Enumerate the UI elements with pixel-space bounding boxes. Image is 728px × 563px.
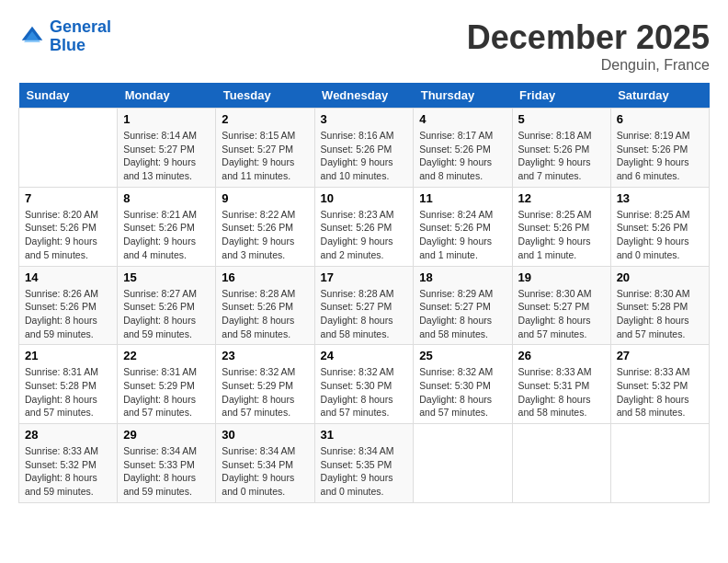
logo: General Blue xyxy=(18,18,111,55)
weekday-header-cell: Wednesday xyxy=(314,83,414,109)
day-number: 21 xyxy=(25,349,111,362)
day-info: Sunrise: 8:28 AM Sunset: 5:27 PM Dayligh… xyxy=(321,287,408,341)
day-number: 25 xyxy=(419,349,506,362)
day-info: Sunrise: 8:32 AM Sunset: 5:30 PM Dayligh… xyxy=(321,365,408,419)
day-number: 2 xyxy=(222,112,308,126)
day-info: Sunrise: 8:34 AM Sunset: 5:35 PM Dayligh… xyxy=(321,444,408,499)
calendar-cell: 8Sunrise: 8:21 AM Sunset: 5:26 PM Daylig… xyxy=(118,187,216,266)
day-info: Sunrise: 8:33 AM Sunset: 5:32 PM Dayligh… xyxy=(25,444,111,499)
day-number: 15 xyxy=(123,270,210,284)
calendar-cell: 9Sunrise: 8:22 AM Sunset: 5:26 PM Daylig… xyxy=(216,187,314,266)
day-info: Sunrise: 8:25 AM Sunset: 5:26 PM Dayligh… xyxy=(518,208,605,262)
calendar-cell: 22Sunrise: 8:31 AM Sunset: 5:29 PM Dayli… xyxy=(118,345,216,424)
day-info: Sunrise: 8:15 AM Sunset: 5:27 PM Dayligh… xyxy=(222,129,308,183)
day-info: Sunrise: 8:23 AM Sunset: 5:26 PM Dayligh… xyxy=(321,208,408,262)
calendar-cell: 30Sunrise: 8:34 AM Sunset: 5:34 PM Dayli… xyxy=(216,424,314,503)
day-number: 12 xyxy=(518,191,605,205)
day-number: 29 xyxy=(123,428,210,442)
day-number: 3 xyxy=(321,112,408,126)
day-info: Sunrise: 8:33 AM Sunset: 5:32 PM Dayligh… xyxy=(617,365,703,419)
calendar-cell: 2Sunrise: 8:15 AM Sunset: 5:27 PM Daylig… xyxy=(216,109,314,188)
calendar-cell: 27Sunrise: 8:33 AM Sunset: 5:32 PM Dayli… xyxy=(610,345,709,424)
calendar-cell: 16Sunrise: 8:28 AM Sunset: 5:26 PM Dayli… xyxy=(216,266,314,345)
day-number: 14 xyxy=(25,270,111,284)
calendar-cell: 19Sunrise: 8:30 AM Sunset: 5:27 PM Dayli… xyxy=(512,266,610,345)
day-number: 5 xyxy=(518,112,605,126)
day-number: 30 xyxy=(222,428,308,442)
day-number: 7 xyxy=(25,191,111,205)
day-info: Sunrise: 8:19 AM Sunset: 5:26 PM Dayligh… xyxy=(617,129,703,183)
calendar-cell: 24Sunrise: 8:32 AM Sunset: 5:30 PM Dayli… xyxy=(314,345,414,424)
calendar-cell: 12Sunrise: 8:25 AM Sunset: 5:26 PM Dayli… xyxy=(512,187,610,266)
day-info: Sunrise: 8:16 AM Sunset: 5:26 PM Dayligh… xyxy=(321,129,408,183)
day-number: 13 xyxy=(617,191,703,205)
calendar-week-row: 1Sunrise: 8:14 AM Sunset: 5:27 PM Daylig… xyxy=(19,109,710,188)
day-info: Sunrise: 8:31 AM Sunset: 5:28 PM Dayligh… xyxy=(25,365,111,419)
day-info: Sunrise: 8:17 AM Sunset: 5:26 PM Dayligh… xyxy=(419,129,506,183)
day-number: 9 xyxy=(222,191,308,205)
calendar-week-row: 14Sunrise: 8:26 AM Sunset: 5:26 PM Dayli… xyxy=(19,266,710,345)
calendar-cell: 18Sunrise: 8:29 AM Sunset: 5:27 PM Dayli… xyxy=(414,266,512,345)
calendar-cell: 29Sunrise: 8:34 AM Sunset: 5:33 PM Dayli… xyxy=(118,424,216,503)
logo-text: General Blue xyxy=(50,18,111,55)
day-info: Sunrise: 8:21 AM Sunset: 5:26 PM Dayligh… xyxy=(123,208,210,262)
day-number: 26 xyxy=(518,349,605,362)
day-info: Sunrise: 8:14 AM Sunset: 5:27 PM Dayligh… xyxy=(123,129,210,183)
calendar-cell: 21Sunrise: 8:31 AM Sunset: 5:28 PM Dayli… xyxy=(19,345,118,424)
day-info: Sunrise: 8:27 AM Sunset: 5:26 PM Dayligh… xyxy=(123,287,210,341)
day-info: Sunrise: 8:32 AM Sunset: 5:30 PM Dayligh… xyxy=(419,365,506,419)
logo-line1: General xyxy=(50,17,111,36)
calendar-cell: 20Sunrise: 8:30 AM Sunset: 5:28 PM Dayli… xyxy=(610,266,709,345)
day-info: Sunrise: 8:30 AM Sunset: 5:28 PM Dayligh… xyxy=(617,287,703,341)
day-number: 24 xyxy=(321,349,408,362)
weekday-header-cell: Monday xyxy=(118,83,216,109)
day-info: Sunrise: 8:30 AM Sunset: 5:27 PM Dayligh… xyxy=(518,287,605,341)
day-number: 8 xyxy=(123,191,210,205)
day-info: Sunrise: 8:34 AM Sunset: 5:34 PM Dayligh… xyxy=(222,444,308,499)
logo-icon xyxy=(18,23,46,51)
calendar-cell: 13Sunrise: 8:25 AM Sunset: 5:26 PM Dayli… xyxy=(610,187,709,266)
calendar-cell: 28Sunrise: 8:33 AM Sunset: 5:32 PM Dayli… xyxy=(19,424,118,503)
day-number: 6 xyxy=(617,112,703,126)
calendar-table: SundayMondayTuesdayWednesdayThursdayFrid… xyxy=(18,83,710,503)
calendar-week-row: 21Sunrise: 8:31 AM Sunset: 5:28 PM Dayli… xyxy=(19,345,710,424)
day-info: Sunrise: 8:32 AM Sunset: 5:29 PM Dayligh… xyxy=(222,365,308,419)
calendar-cell xyxy=(610,424,709,503)
logo-line2: Blue xyxy=(50,36,85,54)
calendar-cell: 31Sunrise: 8:34 AM Sunset: 5:35 PM Dayli… xyxy=(314,424,414,503)
weekday-header-cell: Tuesday xyxy=(216,83,314,109)
month-title: December 2025 xyxy=(467,18,710,57)
weekday-header-cell: Friday xyxy=(512,83,610,109)
day-number: 31 xyxy=(321,428,408,442)
day-info: Sunrise: 8:24 AM Sunset: 5:26 PM Dayligh… xyxy=(419,208,506,262)
day-info: Sunrise: 8:34 AM Sunset: 5:33 PM Dayligh… xyxy=(123,444,210,499)
calendar-week-row: 7Sunrise: 8:20 AM Sunset: 5:26 PM Daylig… xyxy=(19,187,710,266)
calendar-body: 1Sunrise: 8:14 AM Sunset: 5:27 PM Daylig… xyxy=(19,109,710,503)
calendar-cell xyxy=(19,109,118,188)
day-number: 20 xyxy=(617,270,703,284)
day-number: 10 xyxy=(321,191,408,205)
day-info: Sunrise: 8:22 AM Sunset: 5:26 PM Dayligh… xyxy=(222,208,308,262)
weekday-header-cell: Thursday xyxy=(414,83,512,109)
day-info: Sunrise: 8:33 AM Sunset: 5:31 PM Dayligh… xyxy=(518,365,605,419)
day-number: 19 xyxy=(518,270,605,284)
day-info: Sunrise: 8:18 AM Sunset: 5:26 PM Dayligh… xyxy=(518,129,605,183)
calendar-cell: 26Sunrise: 8:33 AM Sunset: 5:31 PM Dayli… xyxy=(512,345,610,424)
calendar-cell: 11Sunrise: 8:24 AM Sunset: 5:26 PM Dayli… xyxy=(414,187,512,266)
day-number: 4 xyxy=(419,112,506,126)
calendar-cell: 23Sunrise: 8:32 AM Sunset: 5:29 PM Dayli… xyxy=(216,345,314,424)
day-number: 28 xyxy=(25,428,111,442)
day-info: Sunrise: 8:28 AM Sunset: 5:26 PM Dayligh… xyxy=(222,287,308,341)
day-number: 22 xyxy=(123,349,210,362)
calendar-cell xyxy=(414,424,512,503)
calendar-week-row: 28Sunrise: 8:33 AM Sunset: 5:32 PM Dayli… xyxy=(19,424,710,503)
calendar-cell: 7Sunrise: 8:20 AM Sunset: 5:26 PM Daylig… xyxy=(19,187,118,266)
location-subtitle: Denguin, France xyxy=(467,57,710,74)
title-area: December 2025 Denguin, France xyxy=(467,18,710,74)
calendar-cell: 14Sunrise: 8:26 AM Sunset: 5:26 PM Dayli… xyxy=(19,266,118,345)
day-number: 18 xyxy=(419,270,506,284)
day-info: Sunrise: 8:29 AM Sunset: 5:27 PM Dayligh… xyxy=(419,287,506,341)
header: General Blue December 2025 Denguin, Fran… xyxy=(18,18,710,74)
day-number: 11 xyxy=(419,191,506,205)
calendar-cell: 15Sunrise: 8:27 AM Sunset: 5:26 PM Dayli… xyxy=(118,266,216,345)
